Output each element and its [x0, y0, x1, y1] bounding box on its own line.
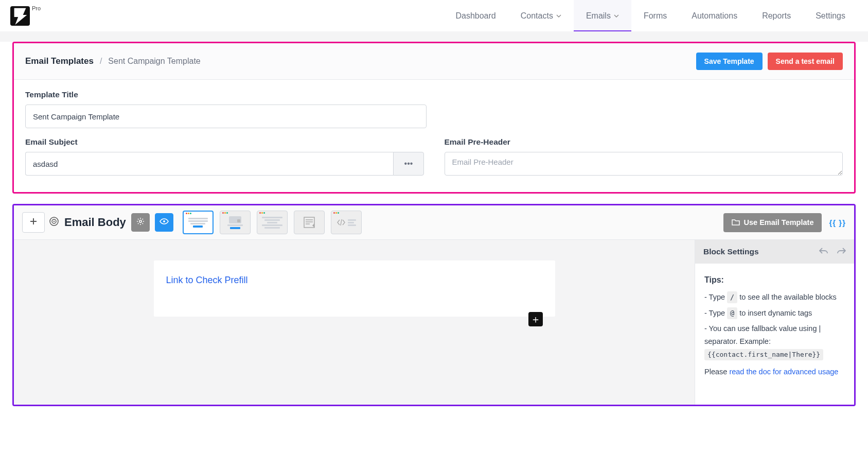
nav-label: Emails	[586, 11, 611, 21]
plus-icon: ＋	[530, 312, 541, 326]
layout-preset-code[interactable]	[331, 211, 362, 234]
use-email-template-button[interactable]: Use Email Template	[723, 213, 822, 232]
brand: Pro	[10, 6, 41, 26]
nav-automations[interactable]: Automations	[679, 0, 750, 31]
layout-preset-lines[interactable]	[257, 211, 288, 234]
doc-link[interactable]: read the doc for advanced usage	[729, 368, 838, 376]
save-template-button[interactable]: Save Template	[696, 53, 763, 70]
more-icon: •••	[404, 159, 413, 168]
layout-presets	[183, 211, 362, 234]
nav-emails[interactable]: Emails	[574, 0, 631, 31]
send-test-email-button[interactable]: Send a test email	[768, 53, 843, 70]
nav-label: Contacts	[521, 11, 553, 21]
sidebar-title: Block Settings	[703, 247, 759, 256]
editor-toolbar: Email Body	[14, 205, 854, 240]
button-label: Use Email Template	[744, 218, 814, 227]
nav-forms[interactable]: Forms	[631, 0, 679, 31]
breadcrumb-separator: /	[100, 57, 102, 66]
folder-open-icon	[732, 218, 740, 227]
email-subject-input[interactable]	[25, 152, 393, 176]
tip-row: - Type @ to insert dynamic tags	[704, 307, 845, 320]
gear-icon	[136, 217, 145, 228]
svg-point-5	[163, 220, 165, 222]
layout-preset-text[interactable]	[183, 211, 214, 234]
redo-button[interactable]	[837, 247, 846, 256]
email-preheader-label: Email Pre-Header	[445, 137, 843, 147]
main-nav: Dashboard Contacts Emails Forms Automati…	[443, 0, 858, 31]
chevron-down-icon	[614, 13, 619, 19]
kbd-at: @	[727, 307, 737, 319]
nav-contacts[interactable]: Contacts	[508, 0, 574, 31]
brand-badge: Pro	[32, 5, 41, 11]
eye-icon	[160, 217, 169, 228]
nav-settings[interactable]: Settings	[803, 0, 858, 31]
nav-label: Forms	[644, 11, 667, 21]
undo-button[interactable]	[819, 247, 828, 256]
email-body-editor: Email Body	[12, 204, 856, 406]
insert-shortcode-button[interactable]: {{ }}	[829, 218, 846, 227]
top-nav: Pro Dashboard Contacts Emails Forms Auto…	[0, 0, 868, 31]
doc-row: Please read the doc for advanced usage	[704, 366, 845, 378]
brand-logo-icon	[10, 6, 30, 26]
svg-point-4	[139, 220, 141, 222]
tips-heading: Tips:	[704, 273, 845, 287]
email-canvas[interactable]: Link to Check Prefill ＋	[154, 260, 555, 317]
card-header: Email Templates / Sent Campaign Template…	[14, 43, 854, 80]
email-preheader-input[interactable]	[445, 152, 843, 176]
block-settings-sidebar: Block Settings Tips: - Type / to see all…	[695, 240, 854, 405]
plus-icon	[30, 218, 37, 227]
email-subject-label: Email Subject	[25, 137, 424, 147]
breadcrumb-tail: Sent Campaign Template	[108, 57, 200, 66]
editor-canvas-area: Link to Check Prefill ＋	[14, 240, 695, 405]
template-title-label: Template Title	[25, 90, 427, 99]
chevron-down-icon	[556, 13, 561, 19]
preview-button[interactable]	[155, 213, 173, 232]
add-button[interactable]	[22, 212, 45, 233]
canvas-link[interactable]: Link to Check Prefill	[166, 275, 248, 285]
nav-label: Reports	[762, 11, 791, 21]
breadcrumb-root[interactable]: Email Templates	[25, 56, 94, 66]
code-example: {{contact.first_name|There}}	[704, 349, 823, 360]
template-meta-card: Email Templates / Sent Campaign Template…	[12, 42, 856, 194]
spacer	[0, 31, 868, 42]
kbd-slash: /	[727, 291, 737, 303]
nav-label: Automations	[692, 11, 737, 21]
nav-label: Dashboard	[455, 11, 495, 21]
template-title-input[interactable]	[25, 105, 427, 128]
email-body-heading: Email Body	[64, 216, 126, 229]
svg-point-3	[54, 221, 55, 222]
nav-label: Settings	[816, 11, 845, 21]
tip-row: - Type / to see all the available blocks	[704, 291, 845, 304]
svg-marker-0	[14, 8, 27, 24]
settings-button[interactable]	[131, 213, 150, 232]
nav-reports[interactable]: Reports	[750, 0, 803, 31]
add-block-button[interactable]: ＋	[528, 312, 543, 326]
layout-preset-note[interactable]	[294, 211, 325, 234]
subject-variables-button[interactable]: •••	[393, 152, 423, 176]
layout-preset-image-text[interactable]	[220, 211, 251, 234]
target-icon	[49, 216, 59, 229]
tip-row: - You can use fallback value using | sep…	[704, 322, 845, 360]
nav-dashboard[interactable]: Dashboard	[443, 0, 508, 31]
